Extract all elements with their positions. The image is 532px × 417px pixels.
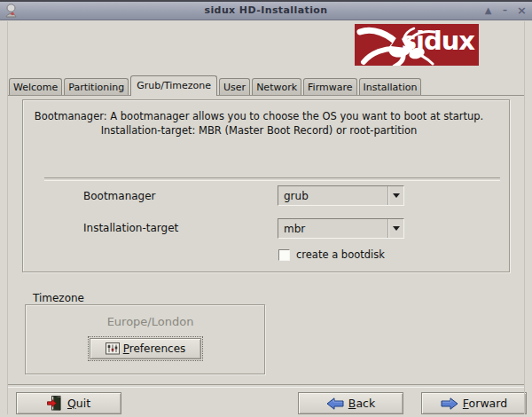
tab-firmware[interactable]: Firmware	[303, 78, 356, 95]
back-arrow-icon	[326, 397, 344, 410]
installer-window: sidux HD-Installation ▲ – × sidux Welcom…	[0, 0, 532, 417]
window-right-bevel	[524, 21, 525, 414]
installation-target-dropdown-button[interactable]	[387, 219, 403, 238]
quit-button[interactable]: Quit	[16, 392, 121, 414]
forward-button[interactable]: Forward	[421, 392, 527, 414]
main-panel: Bootmanager: A bootmanager allows you to…	[22, 99, 510, 272]
sidux-logo: sidux	[355, 24, 479, 66]
forward-button-label: Forward	[463, 397, 507, 410]
preferences-button-focus-ring: Preferences	[88, 336, 203, 361]
maximize-icon[interactable]: ▲	[482, 4, 494, 17]
bootmanager-dropdown-button[interactable]	[387, 186, 403, 205]
close-icon[interactable]: ×	[516, 4, 528, 17]
bootmanager-info-text: Bootmanager: A bootmanager allows you to…	[27, 109, 491, 138]
installation-target-label: Installation-target	[83, 222, 178, 234]
tab-network[interactable]: Network	[252, 78, 301, 95]
forward-arrow-icon	[441, 397, 458, 410]
tab-grub-timezone[interactable]: Grub/Timezone	[130, 75, 217, 96]
chevron-down-icon	[393, 193, 400, 198]
bootdisk-checkbox[interactable]	[278, 249, 290, 261]
tab-installation[interactable]: Installation	[359, 78, 422, 95]
footer-separator	[7, 384, 525, 388]
timezone-value: Europe/London	[36, 315, 264, 328]
timezone-group-title: Timezone	[30, 292, 87, 304]
panel-separator	[44, 177, 500, 181]
preferences-button[interactable]: Preferences	[90, 338, 201, 359]
window-title: sidux HD-Installation	[0, 4, 532, 16]
window-left-bevel	[7, 21, 8, 414]
back-button-label: Back	[348, 397, 375, 410]
installation-target-selected-value: mbr	[284, 223, 305, 235]
bootmanager-select[interactable]: grub	[278, 185, 404, 206]
back-button[interactable]: Back	[298, 392, 403, 414]
chevron-down-icon	[393, 226, 400, 231]
bootdisk-check-row: create a bootdisk	[278, 248, 385, 261]
preferences-icon	[106, 342, 120, 355]
minimize-icon[interactable]: –	[499, 4, 511, 17]
tab-welcome[interactable]: Welcome	[9, 78, 62, 95]
timezone-group: Europe/London Preferences	[25, 304, 265, 374]
quit-door-icon	[47, 396, 63, 411]
window-controls: ▲ – ×	[482, 2, 528, 20]
info-line-2: Installation-target: MBR (Master Boot Re…	[27, 123, 491, 138]
bootdisk-label: create a bootdisk	[296, 248, 385, 261]
tab-bar: Welcome Partitioning Grub/Timezone User …	[9, 75, 423, 96]
bootmanager-selected-value: grub	[284, 190, 309, 202]
window-titlebar: sidux HD-Installation ▲ – ×	[0, 2, 532, 20]
quit-button-label: Quit	[67, 397, 90, 410]
installation-target-select[interactable]: mbr	[278, 218, 404, 239]
tab-user[interactable]: User	[219, 78, 250, 95]
info-line-1: Bootmanager: A bootmanager allows you to…	[27, 109, 491, 123]
tab-partitioning[interactable]: Partitioning	[64, 78, 129, 95]
bootmanager-label: Bootmanager	[83, 190, 156, 202]
logo-text: sidux	[402, 26, 474, 56]
preferences-button-label: Preferences	[123, 342, 186, 355]
